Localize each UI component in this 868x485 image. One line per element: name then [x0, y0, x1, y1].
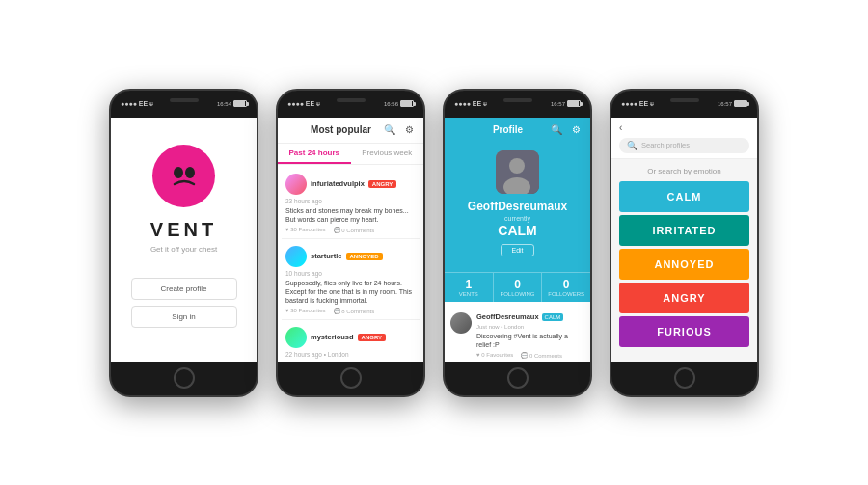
- currently-label: currently: [504, 215, 530, 222]
- or-search-label: Or search by emotion: [611, 159, 757, 181]
- battery-icon-2: [400, 100, 414, 107]
- search-icon-2[interactable]: 🔍: [383, 123, 396, 137]
- home-button-4[interactable]: [674, 367, 695, 389]
- emotion-buttons: CALM IRRITATED ANNOYED ANGRY FURIOUS: [611, 181, 757, 362]
- phone-3-bottom: [445, 362, 590, 395]
- back-arrow[interactable]: ‹: [619, 122, 622, 133]
- profile-nav: Profile 🔍 ⚙: [445, 118, 590, 143]
- emotion-btn-furious[interactable]: FURIOUS: [619, 316, 749, 347]
- svg-point-3: [509, 158, 525, 174]
- comments-1[interactable]: 💬 0 Comments: [334, 227, 375, 233]
- status-right-2: 16:56: [384, 100, 414, 107]
- phone-1-bottom: [111, 362, 257, 395]
- emotion-tag-3: ANGRY: [358, 334, 386, 341]
- speaker: [170, 98, 199, 102]
- phone-4-status-bar: ●●●● EE ᵾ 16:57: [611, 91, 757, 118]
- edit-button[interactable]: Edit: [501, 244, 533, 256]
- stat-vents-number: 1: [448, 278, 490, 291]
- create-profile-button[interactable]: Create profile: [131, 278, 237, 300]
- status-right-3: 16:57: [551, 100, 581, 107]
- search-bar[interactable]: 🔍 Search profiles: [619, 138, 749, 153]
- profile-emotion: CALM: [498, 223, 536, 238]
- status-left-2: ●●●● EE ᵾ: [287, 100, 320, 108]
- search-emotion-screen: ‹ 🔍 Search profiles Or search by emotion…: [611, 118, 757, 362]
- comments-2[interactable]: 💬 8 Comments: [334, 308, 375, 314]
- pf-comments[interactable]: 💬 0 Comments: [521, 352, 562, 359]
- home-button-3[interactable]: [507, 367, 529, 389]
- vent-logo: [152, 145, 215, 207]
- stat-vents: 1 VENTS: [445, 273, 494, 302]
- battery-icon-3: [567, 100, 581, 107]
- stat-vents-label: VENTS: [448, 291, 490, 297]
- feed-item-3: mysteriousd ANGRY 22 hours ago • London …: [282, 322, 420, 362]
- nav-bar-2: Most popular 🔍 ⚙: [278, 118, 423, 144]
- stat-following: 0 FOLLOWING: [494, 273, 543, 302]
- status-left-1: ●●●● EE ᵾ: [121, 100, 153, 108]
- profile-nav-title: Profile: [493, 124, 523, 135]
- home-button-2[interactable]: [340, 367, 362, 389]
- search-icon-3[interactable]: 🔍: [550, 123, 563, 137]
- tab-past-24h[interactable]: Past 24 hours: [278, 144, 351, 164]
- profile-username: GeoffDesreumaux: [468, 200, 567, 213]
- feed-item-2: starturtle ANNOYED 10 hours ago Supposed…: [282, 241, 420, 320]
- speaker-3: [503, 98, 532, 102]
- sign-in-button[interactable]: Sign in: [131, 306, 237, 328]
- svg-point-1: [185, 167, 195, 178]
- feed-text-3: The unwashed are out in force on public: [285, 360, 416, 362]
- status-left-4: ●●●● EE ᵾ: [621, 100, 654, 108]
- pf-meta: Just now • London: [476, 324, 584, 330]
- tabs-bar-2: Past 24 hours Previous week: [278, 144, 423, 165]
- stat-followers-number: 0: [545, 278, 587, 291]
- phone-1-screen: VENT Get it off your chest Create profil…: [111, 118, 257, 362]
- phones-container: ●●●● EE ᵾ 16:54 VENT Get it off your che…: [70, 69, 798, 417]
- phone-2-status-bar: ●●●● EE ᵾ 16:56: [278, 91, 423, 118]
- emotion-btn-annoyed[interactable]: ANNOYED: [619, 249, 749, 280]
- feed-actions-1: ♥ 30 Favourites 💬 0 Comments: [285, 227, 416, 233]
- phone-4: ●●●● EE ᵾ 16:57 ‹ 🔍 Search profiles Or s…: [610, 89, 759, 397]
- emotion-btn-calm[interactable]: CALM: [619, 181, 749, 212]
- svg-point-0: [174, 167, 183, 178]
- most-popular-screen: Most popular 🔍 ⚙ Past 24 hours Previous …: [278, 118, 423, 362]
- favourites-2[interactable]: ♥ 30 Favourites: [285, 308, 326, 314]
- settings-icon-2[interactable]: ⚙: [402, 123, 416, 137]
- feed-time-1: 23 hours ago: [285, 198, 416, 204]
- feed-text-2: Supposedly, flies only live for 24 hours…: [285, 279, 416, 305]
- vent-title: VENT: [150, 219, 217, 241]
- pf-favourites[interactable]: ♥ 0 Favourites: [476, 352, 513, 359]
- battery-icon-1: [233, 100, 247, 107]
- home-button-1[interactable]: [174, 367, 195, 389]
- nav-title-2: Most popular: [311, 124, 371, 135]
- emotion-tag-2: ANNOYED: [346, 253, 383, 260]
- speaker-2: [337, 98, 366, 102]
- phone-1-status-bar: ●●●● EE ᵾ 16:54: [111, 91, 257, 118]
- pf-content: GeoffDesreumaux CALM Just now • London D…: [476, 312, 584, 359]
- status-right-4: 16:57: [718, 100, 747, 107]
- feed-item-1-header: infuriatedvulpix ANGRY: [285, 174, 416, 195]
- feed-item-3-header: mysteriousd ANGRY: [285, 327, 416, 348]
- feed-time-2: 10 hours ago: [285, 270, 416, 277]
- username-1: infuriatedvulpix: [311, 179, 365, 188]
- phone-2-bottom: [278, 362, 423, 395]
- profile-feed: GeoffDesreumaux CALM Just now • London D…: [445, 302, 590, 362]
- avatar-2: [285, 246, 307, 267]
- vent-splash: VENT Get it off your chest Create profil…: [111, 118, 257, 362]
- settings-icon-3[interactable]: ⚙: [569, 123, 583, 137]
- speaker-4: [670, 98, 699, 102]
- phone-4-screen: ‹ 🔍 Search profiles Or search by emotion…: [611, 118, 757, 362]
- phone-3-status-bar: ●●●● EE ᵾ 16:57: [445, 91, 590, 118]
- stat-following-number: 0: [497, 278, 539, 291]
- pf-calm-tag: CALM: [542, 313, 564, 321]
- profile-nav-icons: 🔍 ⚙: [550, 123, 583, 137]
- tab-previous-week[interactable]: Previous week: [351, 144, 424, 164]
- avatar-3: [285, 327, 307, 348]
- search-placeholder: Search profiles: [641, 141, 690, 149]
- username-3: mysteriousd: [311, 333, 354, 341]
- status-right-1: 16:54: [217, 100, 247, 107]
- status-left-3: ●●●● EE ᵾ: [454, 100, 487, 108]
- stat-following-label: FOLLOWING: [497, 291, 539, 297]
- emotion-btn-irritated[interactable]: IRRITATED: [619, 215, 749, 246]
- favourites-1[interactable]: ♥ 30 Favourites: [285, 227, 326, 233]
- battery-icon-4: [734, 100, 747, 107]
- emotion-btn-angry[interactable]: ANGRY: [619, 283, 749, 313]
- profile-avatar-img: [496, 150, 539, 194]
